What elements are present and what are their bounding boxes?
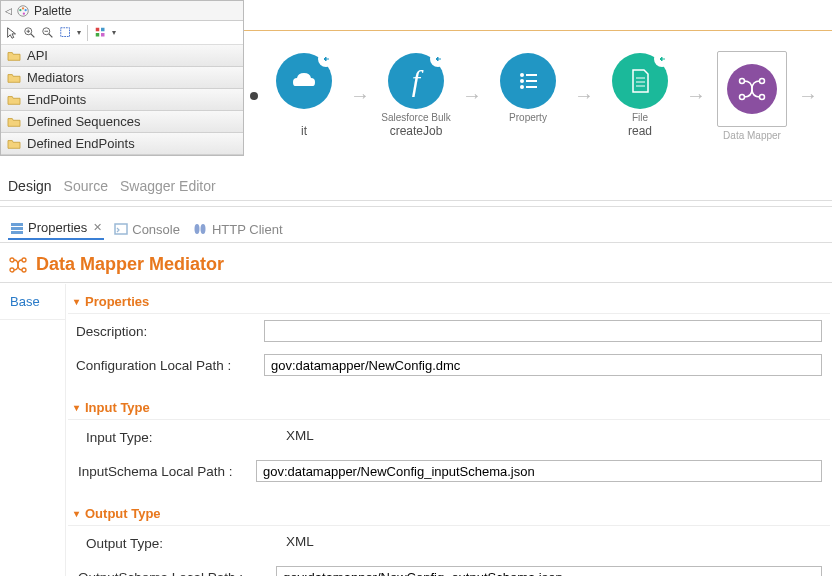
svg-rect-13	[96, 27, 100, 31]
connector-badge-icon	[318, 51, 334, 67]
svg-point-21	[520, 85, 524, 89]
expand-icon: ▾	[74, 296, 79, 307]
row-input-schema: InputSchema Local Path :	[78, 454, 830, 488]
close-icon[interactable]: ✕	[93, 221, 102, 234]
label-config-path: Configuration Local Path :	[76, 358, 258, 373]
connector-badge-icon	[430, 51, 446, 67]
arrow-icon: →	[462, 84, 482, 107]
palette-tool-icon[interactable]	[94, 26, 108, 40]
zoom-in-icon[interactable]	[23, 26, 37, 40]
palette-item-label: Defined Sequences	[27, 114, 140, 129]
row-description: Description:	[68, 314, 830, 348]
flow-node-data-mapper[interactable]: Data Mapper	[712, 51, 792, 141]
svg-point-19	[520, 79, 524, 83]
row-input-type: Input Type: XML	[78, 420, 830, 454]
endpoint-dot	[250, 92, 258, 100]
design-canvas[interactable]: Salesforce Bulk it → f Salesforce Bulk c…	[244, 30, 832, 160]
dropdown-arrow-icon[interactable]: ▾	[112, 28, 116, 37]
flow-node-file-read[interactable]: File read	[600, 53, 680, 138]
svg-point-36	[10, 258, 14, 262]
marquee-icon[interactable]	[59, 26, 73, 40]
node-icon-mapper	[727, 64, 777, 114]
tab-swagger[interactable]: Swagger Editor	[120, 178, 216, 194]
flow-node-bulk[interactable]: Salesforce Bulk it	[264, 53, 344, 138]
palette-item-endpoints[interactable]: EndPoints	[1, 89, 243, 111]
input-description[interactable]	[264, 320, 822, 342]
section-label: Output Type	[85, 506, 161, 521]
flow-node-property[interactable]: Property	[488, 53, 568, 138]
node-icon-file	[612, 53, 668, 109]
node-label: Salesforce Bulk	[381, 112, 450, 123]
palette-item-api[interactable]: API	[1, 45, 243, 67]
svg-rect-14	[101, 27, 105, 31]
dropdown-arrow-icon[interactable]: ▾	[77, 28, 81, 37]
view-tab-label: Properties	[28, 220, 87, 235]
svg-point-34	[194, 224, 199, 234]
palette-header: ◁ Palette	[1, 1, 243, 21]
toolbar-separator	[87, 25, 88, 41]
label-output-type: Output Type:	[86, 536, 274, 551]
arrow-icon: →	[686, 84, 706, 107]
pointer-icon[interactable]	[5, 26, 19, 40]
arrow-icon: →	[350, 84, 370, 107]
connector-badge-icon	[654, 51, 670, 67]
collapse-left-icon[interactable]: ◁	[5, 6, 12, 16]
palette-item-defined-sequences[interactable]: Defined Sequences	[1, 111, 243, 133]
palette-item-mediators[interactable]: Mediators	[1, 67, 243, 89]
folder-icon	[7, 94, 21, 106]
node-label: File	[632, 112, 648, 123]
palette-item-defined-endpoints[interactable]: Defined EndPoints	[1, 133, 243, 155]
svg-line-6	[31, 33, 35, 37]
properties-body: Base ▾ Properties Description: Configura…	[0, 284, 832, 576]
section-properties[interactable]: ▾ Properties	[68, 286, 830, 314]
node-label: Data Mapper	[723, 130, 781, 141]
palette-item-label: Defined EndPoints	[27, 136, 135, 151]
properties-nav: Base	[0, 284, 66, 576]
value-input-type: XML	[280, 426, 822, 448]
nav-item-base[interactable]: Base	[0, 284, 65, 320]
palette-item-label: API	[27, 48, 48, 63]
value-output-type: XML	[280, 532, 822, 554]
svg-point-26	[740, 78, 745, 83]
label-input-type: Input Type:	[86, 430, 274, 445]
tab-source[interactable]: Source	[64, 178, 108, 194]
row-config-path: Configuration Local Path :	[68, 348, 830, 382]
row-output-type: Output Type: XML	[78, 526, 830, 560]
expand-icon: ▾	[74, 508, 79, 519]
input-input-schema[interactable]	[256, 460, 822, 482]
divider	[0, 282, 832, 283]
svg-rect-16	[101, 33, 105, 37]
input-config-path[interactable]	[264, 354, 822, 376]
expand-icon: ▾	[74, 402, 79, 413]
view-tab-http[interactable]: HTTP Client	[190, 220, 285, 239]
section-output-type[interactable]: ▾ Output Type	[68, 498, 830, 526]
node-sublabel: read	[628, 124, 652, 138]
svg-point-28	[760, 78, 765, 83]
flow-node-createjob[interactable]: f Salesforce Bulk createJob	[376, 53, 456, 138]
folder-icon	[7, 116, 21, 128]
properties-content: ▾ Properties Description: Configuration …	[66, 284, 832, 576]
mapper-header-icon	[8, 255, 28, 275]
svg-rect-15	[96, 33, 100, 37]
svg-point-1	[19, 8, 21, 10]
svg-point-4	[23, 12, 25, 14]
editor-tabs: Design Source Swagger Editor	[8, 178, 216, 194]
folder-icon	[7, 72, 21, 84]
zoom-out-icon[interactable]	[41, 26, 55, 40]
svg-rect-33	[115, 224, 127, 234]
palette-panel: ◁ Palette ▾ ▾ API Mediators EndPoints De…	[0, 0, 244, 156]
label-input-schema: InputSchema Local Path :	[78, 464, 250, 479]
view-tab-console[interactable]: Console	[112, 220, 182, 239]
http-icon	[192, 222, 208, 236]
section-input-type[interactable]: ▾ Input Type	[68, 392, 830, 420]
row-output-schema: OutputSchema Local Path :	[78, 560, 830, 576]
svg-point-3	[24, 8, 26, 10]
console-icon	[114, 222, 128, 236]
tab-design[interactable]: Design	[8, 178, 52, 194]
input-output-schema[interactable]	[276, 566, 822, 576]
flow: Salesforce Bulk it → f Salesforce Bulk c…	[250, 51, 818, 141]
view-tab-properties[interactable]: Properties ✕	[8, 218, 104, 240]
svg-point-27	[740, 94, 745, 99]
section-label: Input Type	[85, 400, 150, 415]
palette-icon	[16, 4, 30, 18]
